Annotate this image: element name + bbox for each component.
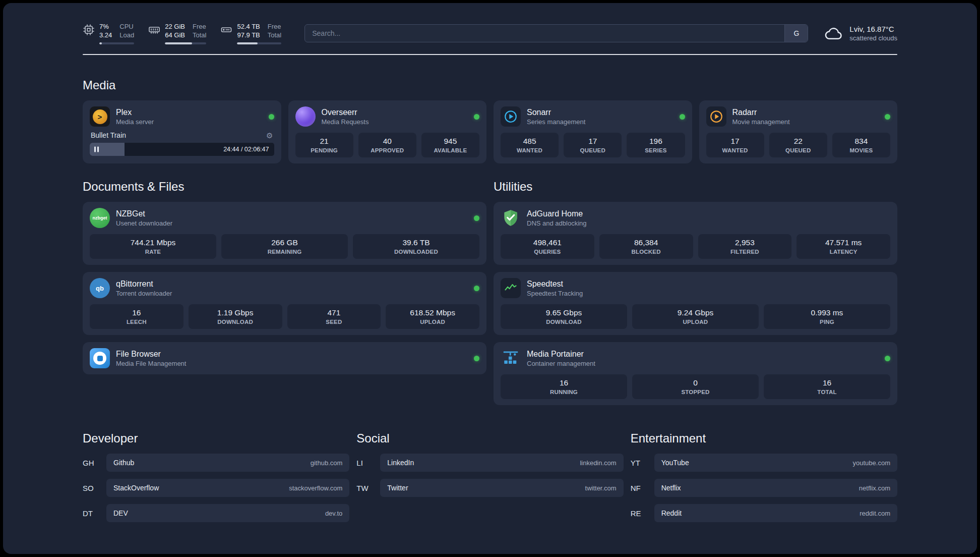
disk-free-value: 52.4 TB — [237, 22, 260, 31]
bookmark-youtube: YT YouTube youtube.com — [631, 454, 897, 472]
bookmark-netflix: NF Netflix netflix.com — [631, 479, 897, 497]
stat-value: 40 — [360, 137, 414, 146]
ram-total-value: 64 GiB — [165, 31, 185, 39]
status-dot — [885, 114, 890, 120]
bookmark-link-youtube[interactable]: YouTube youtube.com — [654, 454, 897, 472]
gear-icon[interactable]: ⚙ — [266, 132, 273, 139]
stat-value: 834 — [834, 137, 888, 146]
status-dot — [680, 114, 685, 120]
stat-value: 0.993 ms — [766, 308, 888, 317]
stat-wanted: 17 WANTED — [706, 133, 764, 157]
sonarr-card: Sonarr Series management 485 WANTED 17 Q… — [494, 100, 692, 163]
bookmark-stackoverflow: SO StackOverflow stackoverflow.com — [83, 479, 349, 497]
bookmark-url: linkedin.com — [580, 459, 616, 467]
cpu-progress-fill — [99, 42, 102, 44]
plex-progress-bar[interactable]: 24:44 / 02:06:47 — [90, 143, 274, 156]
speedtest-app-link[interactable]: Speedtest Speedtest Tracking — [501, 278, 890, 298]
stat-leech: 16 LEECH — [90, 304, 183, 329]
bookmark-link-twitter[interactable]: Twitter twitter.com — [380, 479, 623, 497]
filebrowser-app-link[interactable]: File Browser Media File Management — [90, 348, 479, 368]
nzbget-app-link[interactable]: nzbget NZBGet Usenet downloader — [90, 208, 479, 228]
app-name: Speedtest — [527, 280, 890, 289]
bookmark-abbr: YT — [631, 459, 648, 467]
stat-value: 16 — [503, 378, 625, 387]
status-dot — [474, 286, 479, 291]
filebrowser-titles: File Browser Media File Management — [116, 350, 468, 367]
bookmark-abbr: SO — [83, 484, 100, 492]
stat-queued: 22 QUEUED — [769, 133, 827, 157]
stat-label: RUNNING — [503, 389, 625, 395]
speedtest-titles: Speedtest Speedtest Tracking — [527, 280, 890, 297]
portainer-titles: Media Portainer Container management — [527, 350, 879, 367]
overseerr-app-link[interactable]: Overseerr Media Requests — [295, 106, 480, 127]
stat-stopped: 0 STOPPED — [632, 374, 759, 399]
bookmark-url: github.com — [311, 459, 343, 467]
search-engine-button[interactable]: G — [784, 25, 808, 42]
cpu-icon — [83, 24, 95, 36]
disk-free-label: Free — [268, 22, 281, 31]
app-subtitle: Movie management — [732, 118, 879, 126]
bookmark-name: StackOverflow — [113, 484, 159, 492]
dashboard-content: 7% 3.24 CPU Load — [3, 3, 977, 537]
qbittorrent-app-link[interactable]: qb qBittorrent Torrent downloader — [90, 278, 479, 298]
pause-icon[interactable] — [94, 147, 99, 152]
stat-label: SEED — [289, 319, 379, 325]
search-input[interactable] — [305, 25, 784, 42]
bookmark-link-github[interactable]: Github github.com — [106, 454, 349, 472]
adguard-app-link[interactable]: AdGuard Home DNS and adblocking — [501, 208, 890, 228]
nzbget-stats: 744.21 Mbps RATE 266 GB REMAINING 39.6 T… — [90, 234, 479, 259]
bookmark-name: Twitter — [387, 484, 408, 492]
status-dot — [474, 215, 479, 221]
bookmark-url: youtube.com — [853, 459, 890, 467]
plex-now-playing-row: Bullet Train ⚙ — [90, 131, 274, 139]
ram-widget-body: 22 GiB 64 GiB Free Total — [165, 22, 206, 44]
stat-label: APPROVED — [360, 147, 414, 153]
middle-grid: Documents & Files nzbget NZBGet Usenet d… — [83, 180, 897, 405]
adguard-stats: 498,461 QUERIES 86,384 BLOCKED 2,953 FIL… — [501, 234, 890, 259]
qbittorrent-icon: qb — [90, 278, 110, 298]
weather-text: Lviv, 16.87°C scattered clouds — [849, 25, 897, 42]
adguard-titles: AdGuard Home DNS and adblocking — [527, 209, 890, 227]
stat-download: 1.19 Gbps DOWNLOAD — [189, 304, 282, 329]
stat-upload: 618.52 Mbps UPLOAD — [386, 304, 479, 329]
status-dot — [474, 356, 479, 361]
qbittorrent-card: qb qBittorrent Torrent downloader 16 LEE… — [83, 272, 486, 335]
bookmark-url: dev.to — [325, 510, 342, 517]
stat-filtered: 2,953 FILTERED — [698, 234, 792, 259]
stat-label: FILTERED — [700, 249, 790, 255]
bookmark-link-dev[interactable]: DEV dev.to — [106, 504, 349, 522]
status-dot — [269, 114, 274, 120]
bookmark-link-stackoverflow[interactable]: StackOverflow stackoverflow.com — [106, 479, 349, 497]
section-entertainment: Entertainment YT YouTube youtube.com NF … — [631, 431, 897, 522]
app-name: NZBGet — [116, 209, 468, 218]
stat-label: BLOCKED — [601, 249, 691, 255]
radarr-app-link[interactable]: Radarr Movie management — [706, 106, 891, 127]
stat-label: UPLOAD — [634, 319, 757, 325]
sonarr-app-link[interactable]: Sonarr Series management — [501, 106, 685, 127]
overseerr-icon — [295, 106, 316, 127]
stat-queries: 498,461 QUERIES — [501, 234, 594, 259]
disk-total-label: Total — [268, 31, 281, 39]
stat-value: 16 — [766, 378, 888, 387]
dashboard-root: 7% 3.24 CPU Load — [3, 3, 977, 554]
now-playing-title: Bullet Train — [91, 131, 126, 139]
plex-app-link[interactable]: > Plex Media server — [90, 106, 274, 127]
stat-value: 945 — [423, 137, 477, 146]
portainer-stats: 16 RUNNING 0 STOPPED 16 TOTAL — [501, 374, 890, 399]
nzbget-titles: NZBGet Usenet downloader — [116, 209, 468, 227]
bookmark-link-reddit[interactable]: Reddit reddit.com — [654, 504, 897, 522]
weather-condition: scattered clouds — [849, 34, 897, 42]
portainer-app-link[interactable]: Media Portainer Container management — [501, 348, 890, 368]
ram-free-value: 22 GiB — [165, 22, 185, 31]
bookmark-link-netflix[interactable]: Netflix netflix.com — [654, 479, 897, 497]
section-title-developer: Developer — [83, 431, 349, 445]
app-name: Overseerr — [322, 108, 468, 117]
bookmark-link-linkedin[interactable]: LinkedIn linkedin.com — [380, 454, 623, 472]
stat-movies: 834 MOVIES — [832, 133, 890, 157]
bookmark-name: DEV — [113, 509, 128, 517]
stat-value: 471 — [289, 308, 379, 317]
stat-value: 21 — [297, 137, 351, 146]
stat-label: REMAINING — [223, 249, 346, 255]
disk-widget-body: 52.4 TB 97.9 TB Free Total — [237, 22, 281, 44]
stat-label: DOWNLOAD — [191, 319, 280, 325]
